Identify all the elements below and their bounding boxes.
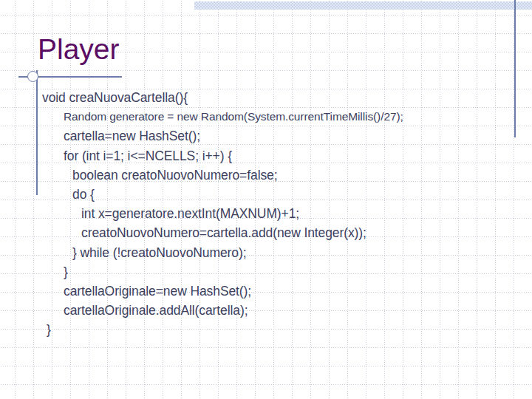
- code-line: do {: [0, 185, 532, 204]
- slide: Player void creaNuovaCartella(){Random g…: [0, 0, 532, 399]
- code-line: cartellaOriginale=new HashSet();: [0, 282, 532, 301]
- code-line: void creaNuovaCartella(){: [0, 88, 532, 107]
- code-line: for (int i=1; i<=NCELLS; i++) {: [0, 146, 532, 166]
- code-line: }: [0, 262, 532, 282]
- code-line: } while (!creatoNuovoNumero);: [0, 243, 532, 262]
- code-line: cartella=new HashSet();: [0, 126, 532, 146]
- code-line: }: [0, 320, 532, 339]
- code-line: creatoNuovoNumero=cartella.add(new Integ…: [0, 223, 532, 242]
- code-line: cartellaOriginale.addAll(cartella);: [0, 301, 532, 320]
- page-title: Player: [38, 34, 120, 65]
- code-line: Random generatore = new Random(System.cu…: [0, 107, 532, 126]
- circle-ornament-icon: [27, 71, 38, 82]
- code-line: int x=generatore.nextInt(MAXNUM)+1;: [0, 204, 532, 223]
- code-line: boolean creatoNuovoNumero=false;: [0, 166, 532, 185]
- top-band-decoration: [194, 1, 532, 10]
- code-block: void creaNuovaCartella(){Random generato…: [0, 88, 532, 339]
